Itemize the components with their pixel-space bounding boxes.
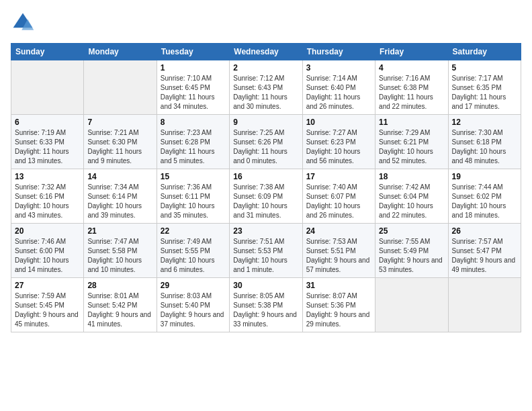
day-info: Sunrise: 7:44 AMSunset: 6:02 PMDaylight:… (452, 183, 517, 220)
day-info: Sunrise: 7:16 AMSunset: 6:38 PMDaylight:… (379, 74, 444, 111)
day-number: 26 (452, 226, 517, 236)
day-info: Sunrise: 7:10 AMSunset: 6:45 PMDaylight:… (161, 74, 226, 111)
day-info: Sunrise: 7:29 AMSunset: 6:21 PMDaylight:… (379, 128, 444, 166)
calendar-cell: 30Sunrise: 8:05 AMSunset: 5:38 PMDayligh… (230, 278, 302, 332)
day-info: Sunrise: 7:23 AMSunset: 6:28 PMDaylight:… (161, 128, 226, 166)
calendar-cell: 6Sunrise: 7:19 AMSunset: 6:33 PMDaylight… (11, 115, 84, 169)
day-info: Sunrise: 7:57 AMSunset: 5:47 PMDaylight:… (452, 237, 517, 275)
calendar-week-5: 27Sunrise: 7:59 AMSunset: 5:45 PMDayligh… (11, 278, 521, 332)
calendar-cell (11, 60, 84, 115)
calendar-cell: 22Sunrise: 7:49 AMSunset: 5:55 PMDayligh… (157, 224, 229, 278)
calendar-week-2: 6Sunrise: 7:19 AMSunset: 6:33 PMDaylight… (11, 115, 521, 169)
day-number: 4 (379, 63, 444, 73)
header-day-tuesday: Tuesday (157, 44, 229, 60)
day-number: 8 (161, 118, 226, 127)
logo-icon (11, 11, 35, 35)
calendar-week-4: 20Sunrise: 7:46 AMSunset: 6:00 PMDayligh… (11, 224, 521, 278)
calendar-week-3: 13Sunrise: 7:32 AMSunset: 6:16 PMDayligh… (11, 169, 521, 224)
day-info: Sunrise: 7:34 AMSunset: 6:14 PMDaylight:… (87, 183, 152, 220)
header-day-wednesday: Wednesday (230, 44, 302, 60)
header-row: SundayMondayTuesdayWednesdayThursdayFrid… (11, 44, 521, 60)
day-number: 19 (452, 172, 517, 181)
day-number: 30 (233, 281, 298, 290)
day-number: 10 (306, 118, 371, 127)
day-number: 22 (161, 226, 226, 236)
calendar-cell: 27Sunrise: 7:59 AMSunset: 5:45 PMDayligh… (11, 278, 84, 332)
calendar-cell: 26Sunrise: 7:57 AMSunset: 5:47 PMDayligh… (448, 224, 521, 278)
calendar-cell: 1Sunrise: 7:10 AMSunset: 6:45 PMDaylight… (157, 60, 229, 115)
day-number: 13 (15, 172, 80, 181)
page-header (11, 11, 521, 35)
calendar-cell: 11Sunrise: 7:29 AMSunset: 6:21 PMDayligh… (375, 115, 448, 169)
calendar-cell: 19Sunrise: 7:44 AMSunset: 6:02 PMDayligh… (448, 169, 521, 224)
calendar-week-1: 1Sunrise: 7:10 AMSunset: 6:45 PMDaylight… (11, 60, 521, 115)
calendar-cell: 29Sunrise: 8:03 AMSunset: 5:40 PMDayligh… (157, 278, 229, 332)
day-number: 28 (87, 281, 152, 290)
calendar-cell (448, 278, 521, 332)
calendar-cell: 4Sunrise: 7:16 AMSunset: 6:38 PMDaylight… (375, 60, 448, 115)
calendar-cell: 16Sunrise: 7:38 AMSunset: 6:09 PMDayligh… (230, 169, 302, 224)
calendar-cell: 2Sunrise: 7:12 AMSunset: 6:43 PMDaylight… (230, 60, 302, 115)
calendar-cell (375, 278, 448, 332)
day-number: 15 (161, 172, 226, 181)
calendar-body: 1Sunrise: 7:10 AMSunset: 6:45 PMDaylight… (11, 60, 521, 332)
day-info: Sunrise: 7:55 AMSunset: 5:49 PMDaylight:… (379, 237, 444, 275)
header-day-monday: Monday (84, 44, 157, 60)
day-number: 21 (87, 226, 152, 236)
calendar-cell: 21Sunrise: 7:47 AMSunset: 5:58 PMDayligh… (84, 224, 157, 278)
calendar-cell: 13Sunrise: 7:32 AMSunset: 6:16 PMDayligh… (11, 169, 84, 224)
header-day-thursday: Thursday (302, 44, 375, 60)
calendar-cell: 14Sunrise: 7:34 AMSunset: 6:14 PMDayligh… (84, 169, 157, 224)
day-number: 24 (306, 226, 371, 236)
day-info: Sunrise: 7:32 AMSunset: 6:16 PMDaylight:… (15, 183, 80, 220)
calendar-cell (84, 60, 157, 115)
logo (11, 11, 38, 35)
calendar-cell: 5Sunrise: 7:17 AMSunset: 6:35 PMDaylight… (448, 60, 521, 115)
day-info: Sunrise: 8:07 AMSunset: 5:36 PMDaylight:… (306, 291, 371, 329)
calendar-cell: 10Sunrise: 7:27 AMSunset: 6:23 PMDayligh… (302, 115, 375, 169)
day-number: 5 (452, 63, 517, 73)
calendar-cell: 24Sunrise: 7:53 AMSunset: 5:51 PMDayligh… (302, 224, 375, 278)
calendar-cell: 17Sunrise: 7:40 AMSunset: 6:07 PMDayligh… (302, 169, 375, 224)
day-info: Sunrise: 7:25 AMSunset: 6:26 PMDaylight:… (233, 128, 298, 166)
calendar-cell: 20Sunrise: 7:46 AMSunset: 6:00 PMDayligh… (11, 224, 84, 278)
calendar-cell: 23Sunrise: 7:51 AMSunset: 5:53 PMDayligh… (230, 224, 302, 278)
calendar-cell: 15Sunrise: 7:36 AMSunset: 6:11 PMDayligh… (157, 169, 229, 224)
calendar-cell: 25Sunrise: 7:55 AMSunset: 5:49 PMDayligh… (375, 224, 448, 278)
day-info: Sunrise: 7:12 AMSunset: 6:43 PMDaylight:… (233, 74, 298, 111)
day-info: Sunrise: 7:51 AMSunset: 5:53 PMDaylight:… (233, 237, 298, 275)
day-number: 18 (379, 172, 444, 181)
day-number: 16 (233, 172, 298, 181)
day-number: 7 (87, 118, 152, 127)
day-info: Sunrise: 7:49 AMSunset: 5:55 PMDaylight:… (161, 237, 226, 275)
calendar-table: SundayMondayTuesdayWednesdayThursdayFrid… (11, 43, 521, 332)
day-number: 27 (15, 281, 80, 290)
calendar-cell: 12Sunrise: 7:30 AMSunset: 6:18 PMDayligh… (448, 115, 521, 169)
header-day-friday: Friday (375, 44, 448, 60)
day-info: Sunrise: 7:46 AMSunset: 6:00 PMDaylight:… (15, 237, 80, 275)
day-info: Sunrise: 7:21 AMSunset: 6:30 PMDaylight:… (87, 128, 152, 166)
day-info: Sunrise: 7:30 AMSunset: 6:18 PMDaylight:… (452, 128, 517, 166)
day-number: 20 (15, 226, 80, 236)
calendar-cell: 7Sunrise: 7:21 AMSunset: 6:30 PMDaylight… (84, 115, 157, 169)
day-info: Sunrise: 7:17 AMSunset: 6:35 PMDaylight:… (452, 74, 517, 111)
day-info: Sunrise: 7:36 AMSunset: 6:11 PMDaylight:… (161, 183, 226, 220)
day-number: 9 (233, 118, 298, 127)
day-info: Sunrise: 8:01 AMSunset: 5:42 PMDaylight:… (87, 291, 152, 329)
calendar-cell: 28Sunrise: 8:01 AMSunset: 5:42 PMDayligh… (84, 278, 157, 332)
day-info: Sunrise: 7:40 AMSunset: 6:07 PMDaylight:… (306, 183, 371, 220)
day-info: Sunrise: 7:59 AMSunset: 5:45 PMDaylight:… (15, 291, 80, 329)
day-info: Sunrise: 8:03 AMSunset: 5:40 PMDaylight:… (161, 291, 226, 329)
day-number: 14 (87, 172, 152, 181)
day-info: Sunrise: 7:38 AMSunset: 6:09 PMDaylight:… (233, 183, 298, 220)
day-number: 12 (452, 118, 517, 127)
day-number: 25 (379, 226, 444, 236)
day-info: Sunrise: 7:42 AMSunset: 6:04 PMDaylight:… (379, 183, 444, 220)
calendar-cell: 8Sunrise: 7:23 AMSunset: 6:28 PMDaylight… (157, 115, 229, 169)
calendar-cell: 31Sunrise: 8:07 AMSunset: 5:36 PMDayligh… (302, 278, 375, 332)
day-info: Sunrise: 7:27 AMSunset: 6:23 PMDaylight:… (306, 128, 371, 166)
day-number: 11 (379, 118, 444, 127)
day-info: Sunrise: 7:47 AMSunset: 5:58 PMDaylight:… (87, 237, 152, 275)
calendar-cell: 18Sunrise: 7:42 AMSunset: 6:04 PMDayligh… (375, 169, 448, 224)
day-info: Sunrise: 8:05 AMSunset: 5:38 PMDaylight:… (233, 291, 298, 329)
